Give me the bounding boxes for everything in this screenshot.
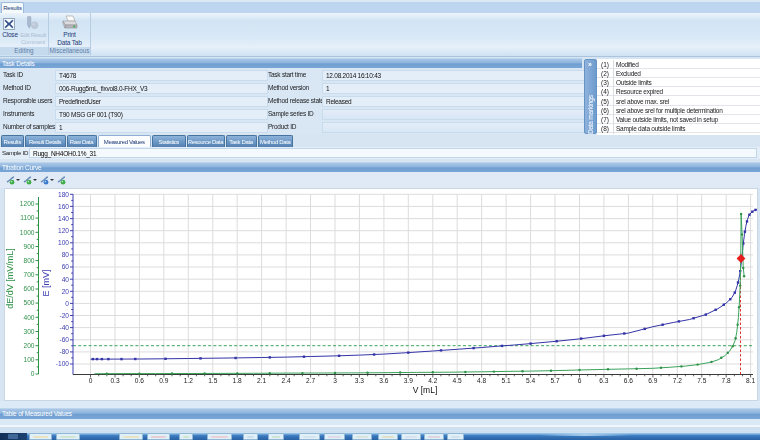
svg-text:2.7: 2.7 [306, 377, 315, 384]
svg-text:7.5: 7.5 [697, 377, 706, 384]
svg-text:500: 500 [23, 299, 34, 306]
svg-text:5.4: 5.4 [526, 377, 535, 384]
svg-text:120: 120 [58, 227, 69, 234]
svg-text:-20: -20 [59, 312, 69, 319]
svg-text:5.7: 5.7 [550, 377, 559, 384]
svg-text:200: 200 [23, 342, 34, 349]
svg-text:400: 400 [23, 314, 34, 321]
svg-text:0.6: 0.6 [135, 377, 144, 384]
svg-text:3.6: 3.6 [379, 377, 388, 384]
svg-text:4.5: 4.5 [453, 377, 462, 384]
svg-text:4.8: 4.8 [477, 377, 486, 384]
svg-text:300: 300 [23, 328, 34, 335]
svg-text:7.8: 7.8 [722, 377, 731, 384]
svg-text:100: 100 [23, 356, 34, 363]
svg-text:6.6: 6.6 [624, 377, 633, 384]
svg-text:-60: -60 [59, 336, 69, 343]
svg-text:V [mL]: V [mL] [413, 385, 438, 395]
svg-text:-100: -100 [56, 360, 70, 367]
svg-text:3.9: 3.9 [404, 377, 413, 384]
svg-text:600: 600 [23, 285, 34, 292]
svg-text:-40: -40 [59, 324, 69, 331]
svg-text:1.2: 1.2 [184, 377, 193, 384]
svg-text:140: 140 [58, 215, 69, 222]
svg-text:3.3: 3.3 [355, 377, 364, 384]
svg-text:4.2: 4.2 [428, 377, 437, 384]
svg-text:6.3: 6.3 [599, 377, 608, 384]
svg-text:20: 20 [62, 288, 70, 295]
svg-text:6.9: 6.9 [648, 377, 657, 384]
svg-text:100: 100 [58, 239, 69, 246]
svg-text:1.5: 1.5 [208, 377, 217, 384]
svg-text:0.9: 0.9 [159, 377, 168, 384]
svg-text:80: 80 [62, 251, 70, 258]
svg-text:1000: 1000 [20, 229, 35, 236]
svg-text:0.3: 0.3 [110, 377, 119, 384]
svg-text:7.2: 7.2 [673, 377, 682, 384]
svg-text:E [mV]: E [mV] [41, 269, 51, 296]
svg-text:60: 60 [62, 263, 70, 270]
svg-text:1.8: 1.8 [233, 377, 242, 384]
svg-text:8.1: 8.1 [746, 377, 755, 384]
svg-text:700: 700 [23, 271, 34, 278]
svg-text:0: 0 [31, 370, 35, 377]
svg-text:6: 6 [578, 377, 582, 384]
svg-text:900: 900 [23, 243, 34, 250]
svg-text:0: 0 [65, 300, 69, 307]
svg-text:-80: -80 [59, 348, 69, 355]
svg-text:1200: 1200 [20, 200, 35, 207]
svg-text:dE/dV [mV/mL]: dE/dV [mV/mL] [5, 248, 15, 309]
svg-text:40: 40 [62, 276, 70, 283]
svg-text:180: 180 [58, 191, 69, 198]
svg-text:1100: 1100 [20, 214, 35, 221]
svg-text:2.1: 2.1 [257, 377, 266, 384]
svg-text:800: 800 [23, 257, 34, 264]
svg-text:0: 0 [89, 377, 93, 384]
svg-text:5.1: 5.1 [502, 377, 511, 384]
svg-text:3: 3 [333, 377, 337, 384]
svg-text:2.4: 2.4 [282, 377, 291, 384]
svg-text:160: 160 [58, 203, 69, 210]
